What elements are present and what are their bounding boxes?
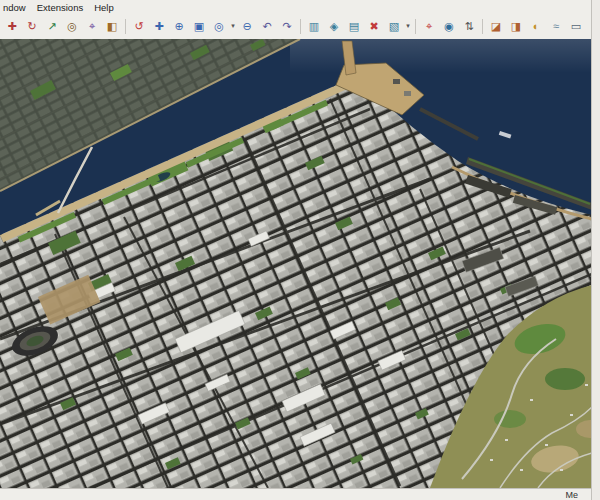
viewport-3d[interactable] <box>0 39 592 488</box>
sketchup-window: ndow Extensions Help ✚ ↻ ↗ ◎ ⌖ ◧ ↺ ✚ ⊕ ▣… <box>0 0 600 500</box>
back-view-icon[interactable]: ▧ <box>385 17 404 36</box>
paint-bucket-tool-icon[interactable]: ◧ <box>103 17 122 36</box>
fog-toggle-icon[interactable]: ≈ <box>547 17 566 36</box>
measurements-box[interactable]: Me <box>565 490 578 500</box>
tape-measure-tool-icon[interactable]: ⌖ <box>83 17 102 36</box>
look-around-tool-icon[interactable]: ◉ <box>440 17 459 36</box>
toolbar: ✚ ↻ ↗ ◎ ⌖ ◧ ↺ ✚ ⊕ ▣ ◎ ▾ ⊖ ↶ ↷ ▥ ◈ ▤ ✖ ▧ … <box>0 13 600 40</box>
zoom-extents-tool-icon[interactable]: ◎ <box>210 17 229 36</box>
toolbar-separator <box>415 19 416 34</box>
position-camera-tool-icon[interactable]: ⌖ <box>420 17 439 36</box>
toolbar-separator <box>482 19 483 34</box>
zoom-window-tool-icon[interactable]: ▣ <box>190 17 209 36</box>
menu-help[interactable]: Help <box>94 2 114 13</box>
scale-tool-icon[interactable]: ↗ <box>43 17 62 36</box>
zoom-dropdown-arrow[interactable]: ▾ <box>229 18 237 35</box>
pan-tool-icon[interactable]: ✚ <box>150 17 169 36</box>
horizon-haze <box>290 39 592 73</box>
x-ray-toggle-icon[interactable]: ▭ <box>567 17 586 36</box>
front-view-icon[interactable]: ▥ <box>305 17 324 36</box>
menu-window[interactable]: ndow <box>3 2 26 13</box>
city-model-scene <box>0 39 592 488</box>
next-view-icon[interactable]: ↷ <box>278 17 297 36</box>
section-cuts-toggle-icon[interactable]: ◨ <box>507 17 526 36</box>
walk-tool-icon[interactable]: ⇅ <box>460 17 479 36</box>
orbit-tool-icon[interactable]: ↺ <box>130 17 149 36</box>
rotate-tool-icon[interactable]: ↻ <box>23 17 42 36</box>
delete-guides-icon[interactable]: ✖ <box>365 17 384 36</box>
toolbar-separator <box>125 19 126 34</box>
toolbar-separator <box>300 19 301 34</box>
menu-bar: ndow Extensions Help <box>0 0 600 13</box>
zoom-tool-icon[interactable]: ⊕ <box>170 17 189 36</box>
offset-tool-icon[interactable]: ◎ <box>63 17 82 36</box>
iso-view-icon[interactable]: ◈ <box>325 17 344 36</box>
menu-extensions[interactable]: Extensions <box>37 2 83 13</box>
shadows-toggle-icon[interactable]: ◐ <box>527 17 546 36</box>
top-view-icon[interactable]: ▤ <box>345 17 364 36</box>
section-plane-tool-icon[interactable]: ◪ <box>487 17 506 36</box>
status-bar: Me <box>0 488 592 500</box>
views-dropdown-arrow[interactable]: ▾ <box>404 18 412 35</box>
previous-view-icon[interactable]: ↶ <box>258 17 277 36</box>
zoom-out-tool-icon[interactable]: ⊖ <box>238 17 257 36</box>
move-tool-icon[interactable]: ✚ <box>3 17 22 36</box>
window-edge-strip <box>591 0 600 500</box>
